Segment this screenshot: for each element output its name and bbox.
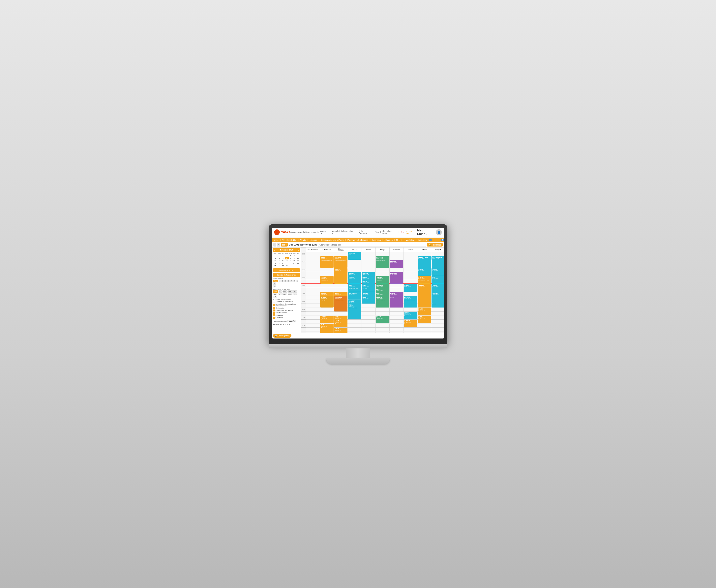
nav-venda[interactable]: Venda bbox=[299, 238, 307, 243]
col-cell[interactable] bbox=[389, 331, 403, 333]
prof-filter-m[interactable]: M bbox=[273, 282, 276, 285]
col-cell[interactable]: LUCANA17:00-18:30Luzes bbox=[403, 319, 417, 323]
col-cell[interactable] bbox=[306, 288, 320, 292]
col-cell[interactable] bbox=[362, 331, 376, 333]
col-cell[interactable]: JOANA12:00-13:00 bbox=[362, 276, 376, 280]
appointment-block[interactable]: MARIA CLARA09:30-11:00 bbox=[432, 256, 444, 268]
cal-day[interactable]: 15 bbox=[289, 259, 292, 262]
col-cell[interactable]: INGRID13:00-14:00 bbox=[362, 280, 376, 284]
col-cell[interactable]: CARLA14:00-15:00 bbox=[320, 292, 334, 296]
col-cell[interactable] bbox=[334, 252, 348, 256]
cat-maq[interactable]: MAQ bbox=[288, 293, 292, 295]
today-btn[interactable]: Hoje bbox=[281, 243, 288, 247]
col-cell[interactable] bbox=[389, 252, 403, 256]
col-cell[interactable] bbox=[376, 268, 389, 272]
col-cell[interactable] bbox=[431, 323, 444, 328]
prof-filter-d[interactable]: D bbox=[287, 280, 290, 282]
col-cell[interactable] bbox=[389, 315, 403, 319]
appointment-block[interactable]: PATRÍCIA11:30-13:00 bbox=[390, 272, 403, 284]
col-cell[interactable] bbox=[306, 315, 320, 319]
col-cell[interactable] bbox=[306, 296, 320, 299]
appointment-block[interactable]: LIANA18:00-19:30 bbox=[334, 328, 348, 333]
prof-filter-v[interactable]: V bbox=[273, 285, 276, 288]
tamanho-p[interactable]: P bbox=[285, 323, 286, 325]
col-cell[interactable]: ANA12:00-13:00 bbox=[431, 276, 444, 280]
nav-inicio[interactable]: Início bbox=[272, 238, 280, 243]
col-cell[interactable] bbox=[403, 264, 417, 268]
col-cell[interactable]: CLÁUDIA13:00-14:00Manicure bbox=[376, 284, 389, 288]
cal-day[interactable]: 6 bbox=[281, 257, 285, 259]
appointment-block[interactable]: CAMILA12:00-13:00Manicure bbox=[376, 276, 389, 284]
appointment-block[interactable]: CRISTINA09:30-11:00Depilação com Cera bbox=[334, 256, 348, 268]
col-cell[interactable] bbox=[320, 312, 334, 315]
cal-next[interactable]: ▶ bbox=[298, 249, 299, 251]
user-avatar[interactable]: 👤 bbox=[436, 229, 442, 235]
col-cell[interactable]: RAFAELA14:00-15:30 bbox=[348, 299, 362, 303]
prof-filter-j[interactable]: J bbox=[293, 280, 296, 282]
fechamento-select[interactable]: Todos bbox=[287, 320, 296, 322]
col-cell[interactable] bbox=[431, 331, 444, 333]
appointment-block[interactable]: CAMILA14:00-15:30Manicure bbox=[432, 292, 444, 303]
cal-table-wrapper[interactable]: Fila de espera 1.Ju Seixas Bianca Montei… bbox=[301, 248, 444, 333]
col-cell[interactable] bbox=[389, 328, 403, 331]
col-cell[interactable]: LUÍZA16:00-17:30Sobrancelhas bbox=[334, 315, 348, 319]
col-cell[interactable]: MARIA14:00-15:00 bbox=[376, 315, 389, 319]
col-cell[interactable] bbox=[306, 276, 320, 280]
appointment-block[interactable]: MARIA14:00-15:00 bbox=[376, 316, 389, 323]
cal-day[interactable]: 5 bbox=[277, 257, 281, 259]
col-cell[interactable] bbox=[417, 323, 431, 328]
cat-ban[interactable]: BAN bbox=[282, 290, 287, 293]
appointment-block[interactable]: BRIONA10:00-11:00 bbox=[390, 260, 403, 268]
status-at-check[interactable]: ✓ bbox=[273, 312, 275, 314]
cal-day[interactable]: 18 bbox=[273, 262, 277, 265]
appointment-block[interactable]: ISABIS11:00-13:00 bbox=[431, 268, 444, 276]
col-cell[interactable]: LETÍCIA17:00-18:00Esmear bbox=[320, 315, 334, 319]
prof-filter-f[interactable]: F bbox=[290, 280, 293, 282]
col-cell[interactable]: ELIS12:00-13:00Manicure bbox=[362, 284, 376, 288]
col-cell[interactable]: LETÍCIA14:45-16:00Esmear bbox=[403, 312, 417, 315]
nav-visualizar[interactable]: Visualizar/Editar bbox=[281, 238, 298, 243]
appointment-block[interactable]: MAYARA13:00-14:30 bbox=[418, 284, 431, 296]
appointment-block[interactable]: JÚLIA14:45-16:30Corte c/ Escova bbox=[348, 304, 361, 319]
col-cell[interactable] bbox=[306, 268, 320, 272]
col-cell[interactable]: JOANA12:00-13:00Sobrancelhas bbox=[320, 276, 334, 280]
col-cell[interactable] bbox=[389, 284, 403, 288]
col-cell[interactable] bbox=[417, 252, 431, 256]
col-cell[interactable]: LIANA18:00-19:30 bbox=[334, 328, 348, 331]
col-cell[interactable] bbox=[362, 315, 376, 319]
col-cell[interactable] bbox=[431, 315, 444, 319]
cal-day[interactable] bbox=[292, 265, 296, 267]
appointment-block[interactable]: CLARISSE14:45-16:30Escova de Argan bbox=[334, 296, 348, 312]
appointment-block[interactable]: JOANA12:00-13:00Sobrancelhas bbox=[320, 276, 334, 284]
appointment-block[interactable]: LETÍCIA14:45-16:00Esmear bbox=[404, 312, 417, 319]
tamanho-g[interactable]: G bbox=[289, 323, 290, 325]
prof-filter-b[interactable]: B bbox=[281, 280, 284, 282]
col-cell[interactable]: MARIA14:00-15:00 bbox=[362, 296, 376, 299]
cat-tra[interactable]: TRA bbox=[273, 296, 277, 298]
appointment-block[interactable]: ANA12:00-13:00 bbox=[431, 276, 444, 284]
status-fin-check[interactable]: ✓ bbox=[273, 314, 275, 316]
appointment-block[interactable]: JESSICA14:45-16:00Corte c/ Escova bbox=[376, 296, 389, 308]
col-cell[interactable] bbox=[306, 252, 320, 256]
col-cell[interactable] bbox=[306, 256, 320, 260]
cal-day[interactable]: 14 bbox=[285, 259, 289, 262]
col-cell[interactable] bbox=[334, 284, 348, 288]
appointment-block[interactable]: TAIS12:00-13:00Escova de Argan bbox=[348, 284, 361, 292]
cal-day[interactable]: 16 bbox=[292, 259, 296, 262]
col-cell[interactable] bbox=[306, 308, 320, 312]
cal-day[interactable]: 20 bbox=[281, 262, 285, 265]
col-cell[interactable]: BRUNA12:00-13:00Sobrancelhas e Red. bbox=[417, 276, 431, 280]
col-cell[interactable] bbox=[320, 268, 334, 272]
col-cell[interactable]: PAULA13:00-14:30 bbox=[431, 284, 444, 288]
col-cell[interactable]: PATRÍCIA11:30-13:00 bbox=[389, 272, 403, 276]
col-cell[interactable]: CARLA11:00-14:00 bbox=[334, 268, 348, 272]
appointment-block[interactable]: BIOMAR14:45-16:00Coloração essencial bbox=[404, 296, 417, 308]
col-cell[interactable] bbox=[320, 252, 334, 256]
central-ajuda-link[interactable]: Central de Ajuda bbox=[382, 230, 397, 234]
cal-day-today[interactable]: 7 bbox=[285, 257, 289, 259]
col-cell[interactable]: THIANE14:45-16:00 bbox=[417, 308, 431, 312]
cal-day[interactable]: 25 bbox=[273, 265, 277, 267]
col-cell[interactable] bbox=[403, 260, 417, 264]
col-cell[interactable]: BIOMAR14:45-16:00Coloração essencial bbox=[403, 296, 417, 299]
cal-day[interactable]: 21 bbox=[285, 262, 289, 265]
